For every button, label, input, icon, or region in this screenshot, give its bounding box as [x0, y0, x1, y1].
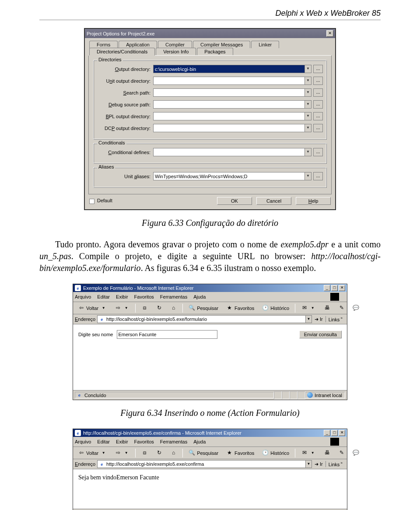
menu-arquivo[interactable]: Arquivo: [75, 294, 91, 299]
browse-button[interactable]: ...: [313, 172, 323, 180]
mail-button[interactable]: ✉▼: [298, 303, 319, 313]
tab-application[interactable]: Application: [119, 41, 157, 48]
go-button[interactable]: ➜Ir: [312, 461, 326, 467]
menu-editar[interactable]: Editar: [97, 294, 110, 299]
tab-compiler[interactable]: Compiler: [158, 41, 192, 48]
history-button[interactable]: 🕑Histórico: [259, 448, 292, 457]
dropdown-icon[interactable]: ▼: [304, 77, 312, 85]
browse-button[interactable]: ...: [313, 65, 323, 73]
browse-button[interactable]: ...: [313, 112, 323, 120]
name-input[interactable]: [117, 330, 217, 339]
history-button[interactable]: 🕑Histórico: [259, 303, 292, 313]
close-icon[interactable]: ✕: [326, 30, 333, 37]
dropdown-icon[interactable]: ▼: [304, 172, 312, 180]
menu-arquivo[interactable]: Arquivo: [75, 439, 91, 444]
menu-favoritos[interactable]: Favoritos: [134, 439, 154, 444]
address-input[interactable]: e http://localhost/cgi-bin/exemplo5.exe/…: [97, 315, 306, 323]
favorites-button[interactable]: ★Favoritos: [223, 448, 257, 457]
links-bar[interactable]: Links »: [326, 461, 345, 467]
ie-titlebar[interactable]: e http://localhost/cgi-bin/exemplo5.exe/…: [73, 429, 347, 437]
security-zone: Intranet local: [305, 392, 345, 398]
back-button[interactable]: ⇦Voltar▼: [75, 303, 110, 313]
dir-field-input[interactable]: [153, 77, 304, 85]
favorites-button[interactable]: ★Favoritos: [223, 303, 257, 313]
dir-field-input[interactable]: [153, 88, 304, 97]
menu-ferramentas[interactable]: Ferramentas: [160, 439, 187, 444]
menu-ferramentas[interactable]: Ferramentas: [160, 294, 187, 299]
menu-ajuda[interactable]: Ajuda: [193, 294, 206, 299]
ie-throbber-icon: [330, 293, 339, 301]
browse-button[interactable]: ...: [313, 77, 323, 85]
dialog-titlebar[interactable]: Project Options for Project2.exe ✕: [85, 29, 335, 38]
menu-favoritos[interactable]: Favoritos: [134, 294, 154, 299]
submit-button[interactable]: Enviar consulta: [299, 331, 342, 338]
unit-aliases-input[interactable]: [153, 172, 304, 180]
close-icon[interactable]: ✕: [339, 285, 345, 291]
default-checkbox[interactable]: Default: [89, 198, 112, 204]
discuss-button[interactable]: 💬: [350, 448, 362, 457]
back-button[interactable]: ⇦Voltar▼: [75, 448, 110, 457]
help-button[interactable]: Help: [296, 197, 331, 205]
tab-version-info[interactable]: Version Info: [156, 48, 196, 55]
dropdown-icon[interactable]: ▼: [304, 112, 312, 120]
stop-button[interactable]: ⦻: [138, 303, 151, 313]
dropdown-icon[interactable]: ▼: [304, 100, 312, 109]
forward-button[interactable]: ⇨▼: [112, 303, 133, 313]
dropdown-icon[interactable]: ▼: [304, 65, 312, 73]
go-button[interactable]: ➜Ir: [312, 317, 326, 322]
unit-aliases-label: Unit aliases:: [97, 174, 153, 179]
menu-exibir[interactable]: Exibir: [116, 294, 128, 299]
minimize-icon[interactable]: _: [324, 285, 330, 291]
arrow-right-icon: ⇨: [115, 450, 121, 456]
discuss-button[interactable]: 💬: [350, 303, 362, 313]
menu-exibir[interactable]: Exibir: [116, 439, 128, 444]
mail-button[interactable]: ✉▼: [298, 448, 319, 457]
home-button[interactable]: ⌂: [167, 303, 180, 313]
browse-button[interactable]: ...: [313, 100, 323, 109]
refresh-button[interactable]: ↻: [153, 448, 165, 457]
conditional-defines-input[interactable]: [153, 148, 304, 156]
arrow-right-icon: ⇨: [115, 305, 121, 311]
edit-button[interactable]: ✎: [335, 448, 348, 457]
forward-button[interactable]: ⇨▼: [112, 448, 133, 457]
tab-directories-conditionals[interactable]: Directories/Conditionals: [89, 48, 155, 56]
go-icon: ➜: [315, 461, 318, 467]
tab-linker[interactable]: Linker: [251, 41, 279, 48]
cancel-button[interactable]: Cancel: [256, 197, 291, 205]
tab-forms[interactable]: Forms: [89, 41, 118, 48]
tab-compiler-messages[interactable]: Compiler Messages: [193, 41, 250, 48]
dir-field-input[interactable]: [153, 65, 304, 73]
dir-field-input[interactable]: [153, 124, 304, 132]
home-button[interactable]: ⌂: [167, 448, 180, 457]
address-input[interactable]: e http://localhost/cgi-bin/exemplo5.exe/…: [97, 460, 306, 468]
browse-button[interactable]: ...: [313, 124, 323, 132]
close-icon[interactable]: ✕: [339, 430, 345, 436]
stop-button[interactable]: ⦻: [138, 448, 151, 457]
menu-ajuda[interactable]: Ajuda: [193, 439, 206, 444]
ie-menubar[interactable]: Arquivo Editar Exibir Favoritos Ferramen…: [73, 292, 347, 302]
dropdown-icon[interactable]: ▼: [304, 124, 312, 132]
menu-editar[interactable]: Editar: [97, 439, 110, 444]
browse-button[interactable]: ...: [313, 148, 323, 156]
ie-titlebar[interactable]: e Exemplo de Formulário - Microsoft Inte…: [73, 284, 347, 292]
minimize-icon[interactable]: _: [324, 430, 330, 436]
dropdown-icon[interactable]: ▼: [304, 88, 312, 97]
tab-packages[interactable]: Packages: [197, 48, 233, 55]
print-button[interactable]: 🖶: [321, 448, 333, 457]
search-button[interactable]: 🔍Pesquisar: [186, 448, 221, 457]
dropdown-icon[interactable]: ▼: [306, 460, 312, 468]
refresh-button[interactable]: ↻: [153, 303, 165, 313]
edit-button[interactable]: ✎: [335, 303, 348, 313]
dropdown-icon[interactable]: ▼: [306, 315, 312, 323]
maximize-icon[interactable]: □: [331, 285, 338, 291]
links-bar[interactable]: Links »: [326, 316, 345, 322]
dropdown-icon[interactable]: ▼: [304, 148, 312, 156]
ie-menubar[interactable]: Arquivo Editar Exibir Favoritos Ferramen…: [73, 437, 347, 447]
ok-button[interactable]: OK: [217, 197, 252, 205]
print-button[interactable]: 🖶: [321, 303, 333, 313]
maximize-icon[interactable]: □: [331, 430, 338, 436]
dir-field-input[interactable]: [153, 100, 304, 109]
search-button[interactable]: 🔍Pesquisar: [186, 303, 221, 313]
browse-button[interactable]: ...: [313, 88, 323, 97]
dir-field-input[interactable]: [153, 112, 304, 120]
